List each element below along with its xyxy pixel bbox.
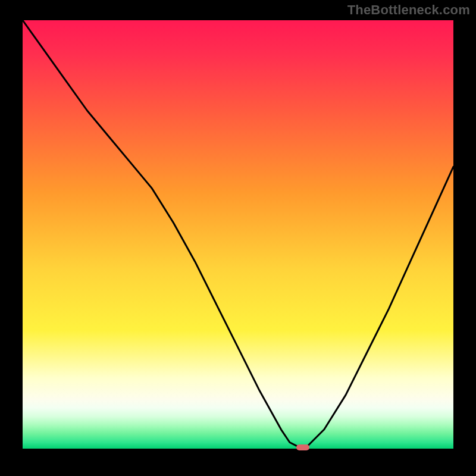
chart-frame: TheBottleneck.com xyxy=(0,0,476,476)
plot-area xyxy=(23,20,453,451)
optimal-point-marker xyxy=(296,444,309,450)
bottleneck-curve xyxy=(23,20,453,447)
watermark-text: TheBottleneck.com xyxy=(347,2,470,18)
curve-layer xyxy=(23,20,453,451)
